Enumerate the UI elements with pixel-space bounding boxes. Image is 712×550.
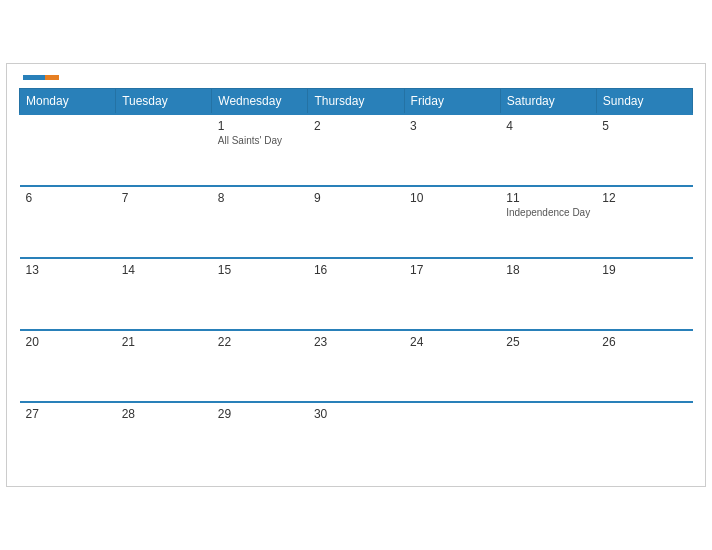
day-number: 11	[506, 191, 590, 205]
logo-bar	[23, 75, 59, 80]
day-cell: 7	[116, 186, 212, 258]
day-cell: 29	[212, 402, 308, 474]
day-number: 7	[122, 191, 206, 205]
day-number: 8	[218, 191, 302, 205]
day-number: 18	[506, 263, 590, 277]
day-number: 24	[410, 335, 494, 349]
day-cell: 10	[404, 186, 500, 258]
day-number: 13	[26, 263, 110, 277]
day-number: 9	[314, 191, 398, 205]
day-number: 6	[26, 191, 110, 205]
day-number: 1	[218, 119, 302, 133]
day-cell: 6	[20, 186, 116, 258]
day-cell	[404, 402, 500, 474]
day-cell: 3	[404, 114, 500, 186]
weekday-header-thursday: Thursday	[308, 89, 404, 115]
day-cell: 4	[500, 114, 596, 186]
calendar-header	[19, 74, 693, 80]
day-number: 22	[218, 335, 302, 349]
day-number: 25	[506, 335, 590, 349]
calendar: MondayTuesdayWednesdayThursdayFridaySatu…	[6, 63, 706, 487]
holiday-label: Independence Day	[506, 207, 590, 218]
day-number: 29	[218, 407, 302, 421]
weekday-header-row: MondayTuesdayWednesdayThursdayFridaySatu…	[20, 89, 693, 115]
day-cell: 28	[116, 402, 212, 474]
day-cell: 26	[596, 330, 692, 402]
calendar-table: MondayTuesdayWednesdayThursdayFridaySatu…	[19, 88, 693, 474]
day-cell	[20, 114, 116, 186]
week-row-5: 27282930	[20, 402, 693, 474]
weekday-header-saturday: Saturday	[500, 89, 596, 115]
day-number: 16	[314, 263, 398, 277]
day-cell: 21	[116, 330, 212, 402]
day-number: 5	[602, 119, 686, 133]
day-cell: 5	[596, 114, 692, 186]
day-number: 26	[602, 335, 686, 349]
day-number: 15	[218, 263, 302, 277]
day-cell: 1All Saints' Day	[212, 114, 308, 186]
day-cell	[500, 402, 596, 474]
day-number: 28	[122, 407, 206, 421]
day-cell: 12	[596, 186, 692, 258]
day-cell: 13	[20, 258, 116, 330]
day-cell: 15	[212, 258, 308, 330]
weekday-header-wednesday: Wednesday	[212, 89, 308, 115]
day-cell: 2	[308, 114, 404, 186]
day-number: 19	[602, 263, 686, 277]
day-cell: 22	[212, 330, 308, 402]
day-cell	[596, 402, 692, 474]
day-cell: 25	[500, 330, 596, 402]
holiday-label: All Saints' Day	[218, 135, 302, 146]
day-cell: 30	[308, 402, 404, 474]
day-number: 27	[26, 407, 110, 421]
day-cell	[116, 114, 212, 186]
day-cell: 18	[500, 258, 596, 330]
day-number: 30	[314, 407, 398, 421]
week-row-2: 67891011Independence Day12	[20, 186, 693, 258]
day-cell: 11Independence Day	[500, 186, 596, 258]
week-row-4: 20212223242526	[20, 330, 693, 402]
day-cell: 16	[308, 258, 404, 330]
day-number: 4	[506, 119, 590, 133]
day-cell: 27	[20, 402, 116, 474]
day-number: 14	[122, 263, 206, 277]
week-row-3: 13141516171819	[20, 258, 693, 330]
week-row-1: 1All Saints' Day2345	[20, 114, 693, 186]
day-cell: 24	[404, 330, 500, 402]
day-number: 10	[410, 191, 494, 205]
day-number: 17	[410, 263, 494, 277]
logo	[23, 74, 59, 80]
weekday-header-monday: Monday	[20, 89, 116, 115]
day-number: 2	[314, 119, 398, 133]
day-number: 21	[122, 335, 206, 349]
day-number: 3	[410, 119, 494, 133]
day-cell: 17	[404, 258, 500, 330]
day-number: 20	[26, 335, 110, 349]
day-number: 12	[602, 191, 686, 205]
weekday-header-sunday: Sunday	[596, 89, 692, 115]
day-cell: 8	[212, 186, 308, 258]
day-cell: 20	[20, 330, 116, 402]
day-cell: 14	[116, 258, 212, 330]
day-cell: 9	[308, 186, 404, 258]
day-number: 23	[314, 335, 398, 349]
weekday-header-tuesday: Tuesday	[116, 89, 212, 115]
day-cell: 19	[596, 258, 692, 330]
weekday-header-friday: Friday	[404, 89, 500, 115]
day-cell: 23	[308, 330, 404, 402]
